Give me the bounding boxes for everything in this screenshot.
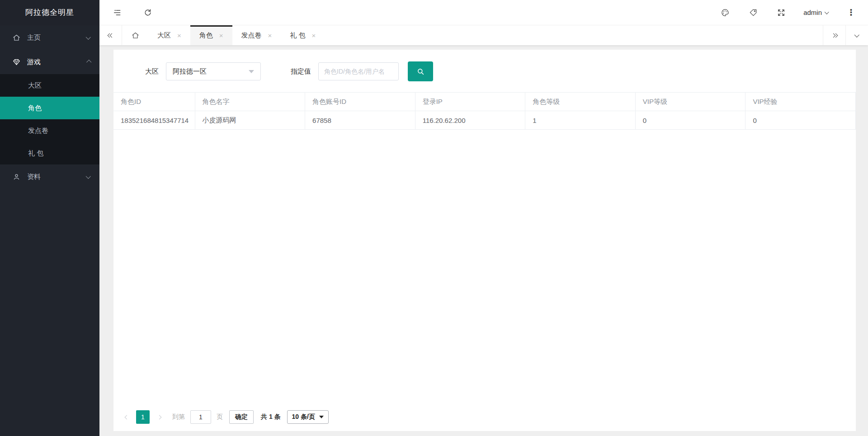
pagination: 1 到第 页 确定 共 1 条 10 条/页 [120,410,329,424]
goto-page-input[interactable] [190,410,211,424]
home-icon [12,33,21,42]
sidebar-item-label: 主页 [27,33,87,42]
main-area: admin ⋮ 大区 × 角色 × 发点卷 × 礼 包 × [99,0,868,436]
sidebar: 阿拉德全明星 主页 游戏 大区 角色 发点卷 礼 包 资料 [0,0,99,436]
col-header: 角色ID [113,93,195,111]
content-card: 大区 阿拉德一区 指定值 角色ID 角色名字 角色账号I [113,50,856,431]
caret-down-icon [319,416,324,418]
cell-vip-level: 0 [635,111,745,130]
col-header: 登录IP [415,93,525,111]
goto-label: 到第 [172,413,185,421]
col-header: 角色名字 [195,93,305,111]
double-chevron-left-icon [108,34,113,37]
col-header: 角色等级 [525,93,636,111]
current-page-button[interactable]: 1 [136,410,150,424]
keyword-label: 指定值 [291,67,311,76]
app-title: 阿拉德全明星 [0,0,99,25]
fullscreen-icon[interactable] [775,7,787,19]
tab-home[interactable] [122,25,148,45]
cell-level: 1 [525,111,636,130]
sidebar-item-label: 游戏 [27,58,87,66]
tab-character[interactable]: 角色 × [190,25,232,45]
username: admin [803,9,822,16]
prev-page-button[interactable] [120,410,133,424]
tag-icon[interactable] [747,7,759,19]
chevron-right-icon [157,415,161,419]
cell-character-id: 183521684815347714 [113,111,195,130]
sidebar-submenu: 大区 角色 发点卷 礼 包 [0,74,99,164]
page-size-select[interactable]: 10 条/页 [287,410,329,424]
tab-label: 礼 包 [290,31,305,40]
close-icon[interactable]: × [311,32,316,39]
tab-gift-pack[interactable]: 礼 包 × [281,25,325,45]
region-select-value: 阿拉德一区 [173,67,207,76]
home-icon [131,31,140,40]
close-icon[interactable]: × [268,32,272,39]
cell-account-id: 67858 [305,111,415,130]
cell-vip-exp: 0 [745,111,856,130]
search-button[interactable] [408,61,433,81]
col-header: 角色账号ID [305,93,415,111]
next-page-button[interactable] [152,410,166,424]
keyword-input[interactable] [318,62,399,80]
theme-palette-icon[interactable] [719,7,731,19]
page-size-value: 10 条/页 [292,413,315,421]
more-vertical-icon[interactable]: ⋮ [845,8,857,17]
chevron-left-icon [124,415,129,419]
col-header: VIP经验 [745,93,856,111]
double-chevron-right-icon [832,34,837,37]
user-icon [12,172,21,181]
search-icon [416,67,425,76]
chevron-down-icon [825,10,829,14]
close-icon[interactable]: × [177,32,181,39]
sidebar-item-profile[interactable]: 资料 [0,164,99,189]
tab-label: 大区 [157,31,171,40]
gem-icon [12,57,21,66]
content-area: 大区 阿拉德一区 指定值 角色ID 角色名字 角色账号I [99,45,868,436]
sidebar-item-send-points[interactable]: 发点卷 [0,119,99,142]
page-label: 页 [217,413,223,421]
caret-down-icon [249,70,254,73]
tabs-scroll-left-button[interactable] [99,25,122,45]
col-header: VIP等级 [635,93,745,111]
collapse-menu-icon[interactable] [111,7,123,19]
tabbar: 大区 × 角色 × 发点卷 × 礼 包 × [99,25,868,45]
close-icon[interactable]: × [219,32,223,39]
sidebar-item-home[interactable]: 主页 [0,25,99,50]
character-table: 角色ID 角色名字 角色账号ID 登录IP 角色等级 VIP等级 VIP经验 1… [113,92,856,130]
chevron-down-icon [854,33,859,38]
table-row[interactable]: 183521684815347714 小皮源码网 67858 116.20.62… [113,111,856,130]
filter-bar: 大区 阿拉德一区 指定值 [113,50,856,92]
tab-send-points[interactable]: 发点卷 × [232,25,281,45]
cell-login-ip: 116.20.62.200 [415,111,525,130]
sidebar-item-region[interactable]: 大区 [0,74,99,97]
refresh-icon[interactable] [142,7,154,19]
region-select[interactable]: 阿拉德一区 [166,62,261,80]
table-header-row: 角色ID 角色名字 角色账号ID 登录IP 角色等级 VIP等级 VIP经验 [113,93,856,111]
confirm-button[interactable]: 确定 [229,410,254,424]
sidebar-item-game[interactable]: 游戏 [0,50,99,74]
total-count: 共 1 条 [261,413,281,421]
tab-region[interactable]: 大区 × [148,25,190,45]
sidebar-item-label: 资料 [27,173,87,181]
region-label: 大区 [145,67,159,76]
cell-character-name: 小皮源码网 [195,111,305,130]
user-menu[interactable]: admin [803,9,829,16]
tabs-scroll-right-button[interactable] [823,25,845,45]
sidebar-item-character[interactable]: 角色 [0,97,99,119]
tabs-menu-button[interactable] [845,25,868,45]
tab-label: 角色 [199,31,213,40]
chevron-up-icon [86,60,91,65]
sidebar-item-gift-pack[interactable]: 礼 包 [0,142,99,164]
tab-label: 发点卷 [241,31,262,40]
topbar: admin ⋮ [99,0,868,25]
